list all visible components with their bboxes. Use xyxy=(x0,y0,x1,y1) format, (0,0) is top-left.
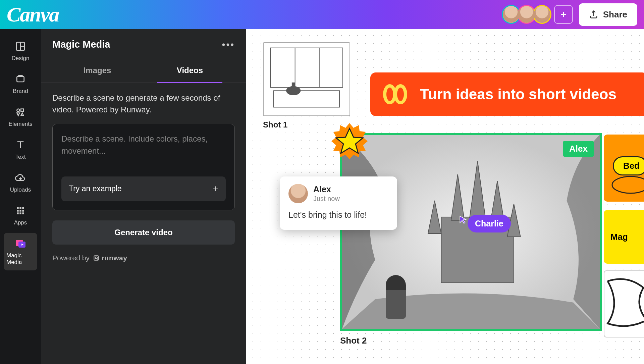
star-sticker[interactable] xyxy=(329,121,370,161)
try-example-label: Try an example xyxy=(69,184,122,193)
svg-rect-12 xyxy=(17,212,18,214)
bed-label-pill[interactable]: Bed xyxy=(613,156,644,175)
svg-point-38 xyxy=(612,176,644,193)
svg-rect-7 xyxy=(19,207,21,209)
runway-logo: runway xyxy=(93,254,127,262)
avatar-1[interactable] xyxy=(502,5,521,24)
grid-icon xyxy=(14,205,26,217)
layout-icon xyxy=(14,40,26,52)
more-options-button[interactable]: ••• xyxy=(222,39,235,50)
tab-images[interactable]: Images xyxy=(51,57,144,83)
remote-cursor-charlie: Charlie xyxy=(461,216,511,232)
panel-tabs: Images Videos xyxy=(41,57,246,83)
boy-figure xyxy=(386,275,406,319)
comment-popover[interactable]: Alex Just now Let's bring this to life! xyxy=(280,176,397,230)
prompt-textarea[interactable]: Describe a scene. Include colors, places… xyxy=(61,133,226,170)
remote-cursor-label: Charlie xyxy=(468,215,511,232)
yellow-sticky[interactable]: Mag xyxy=(604,210,644,264)
rail-brand[interactable]: Brand xyxy=(4,68,37,99)
panel-title: Magic Media xyxy=(52,39,110,50)
prompt-input-container: Describe a scene. Include colors, places… xyxy=(52,124,235,210)
rail-magic-media[interactable]: Magic Media xyxy=(4,233,37,270)
shot-1-frame[interactable]: Shot 1 xyxy=(263,42,350,129)
text-icon xyxy=(14,139,26,151)
cloud-upload-icon xyxy=(14,172,26,184)
shot-1-image xyxy=(263,42,350,116)
bottom-sketch[interactable] xyxy=(604,270,644,337)
powered-by-label: Powered by runway xyxy=(52,254,235,262)
comment-avatar xyxy=(288,184,308,203)
avatar-3[interactable] xyxy=(533,5,551,24)
share-icon xyxy=(589,10,598,19)
share-button[interactable]: Share xyxy=(579,3,637,26)
svg-rect-5 xyxy=(21,109,23,112)
svg-rect-13 xyxy=(19,212,21,214)
magic-media-icon xyxy=(14,238,26,250)
svg-rect-19 xyxy=(264,43,349,115)
banner-logo-icon xyxy=(381,82,409,106)
rail-text[interactable]: Text xyxy=(4,134,37,165)
banner-text: Turn ideas into short videos xyxy=(420,86,616,103)
generate-video-button[interactable]: Generate video xyxy=(52,220,235,245)
rail-uploads[interactable]: Uploads xyxy=(4,167,37,198)
comment-author: Alex xyxy=(313,185,340,194)
try-example-button[interactable]: Try an example + xyxy=(61,176,226,201)
svg-point-29 xyxy=(397,88,404,101)
shot-2-label: Shot 2 xyxy=(340,335,602,346)
canvas-area[interactable]: Shot 1 Turn ideas into short videos xyxy=(246,29,644,364)
plus-icon: + xyxy=(212,183,218,195)
canva-logo: Canva xyxy=(7,3,59,27)
add-collaborator-button[interactable]: + xyxy=(554,5,573,24)
rail-design[interactable]: Design xyxy=(4,36,37,66)
share-label: Share xyxy=(603,9,627,20)
top-bar: Canva + Share xyxy=(0,0,644,29)
svg-rect-18 xyxy=(94,256,98,260)
brand-icon xyxy=(14,73,26,85)
rail-apps[interactable]: Apps xyxy=(4,200,37,231)
collaborator-avatars: + xyxy=(502,5,573,24)
side-panel: Magic Media ••• Images Videos Describe a… xyxy=(41,29,246,364)
selection-owner-tag: Alex xyxy=(563,141,594,157)
svg-point-4 xyxy=(17,109,19,112)
avatar-2[interactable] xyxy=(517,5,536,24)
shapes-icon xyxy=(14,106,26,118)
comment-timestamp: Just now xyxy=(313,195,340,203)
svg-rect-9 xyxy=(17,210,18,211)
svg-rect-14 xyxy=(22,212,24,214)
svg-rect-10 xyxy=(19,210,21,211)
promo-banner: Turn ideas into short videos xyxy=(370,72,644,116)
rail-elements[interactable]: Elements xyxy=(4,101,37,132)
svg-rect-11 xyxy=(22,210,24,211)
svg-point-28 xyxy=(386,88,393,101)
svg-rect-25 xyxy=(292,83,295,91)
tab-videos[interactable]: Videos xyxy=(144,57,236,83)
svg-rect-3 xyxy=(17,76,24,82)
svg-rect-6 xyxy=(17,207,18,209)
shot-2-frame[interactable]: Alex Shot 2 xyxy=(340,133,602,346)
svg-rect-8 xyxy=(22,207,24,209)
left-rail: Design Brand Elements Text Uploads Apps … xyxy=(0,29,41,364)
panel-description: Describe a scene to generate a few secon… xyxy=(52,92,235,116)
comment-text: Let's bring this to life! xyxy=(288,210,388,220)
